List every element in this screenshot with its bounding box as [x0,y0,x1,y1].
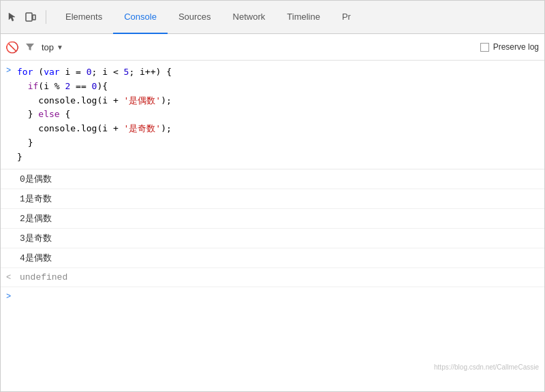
watermark: https://blog.csdn.net/CallmeCassie [434,363,539,371]
console-filter-bar: 🚫 top ▼ Preserve log [1,34,544,61]
tab-timeline[interactable]: Timeline [276,1,331,34]
prompt-arrow: > [3,292,15,301]
code-line-1: for (var i = 0; i < 5; i++) { [17,65,542,80]
svg-rect-1 [33,15,35,20]
tab-sources[interactable]: Sources [168,1,222,34]
code-block: for (var i = 0; i < 5; i++) { if(i % 2 =… [17,65,542,165]
tab-network[interactable]: Network [222,1,277,34]
context-dropdown-arrow: ▼ [57,44,63,51]
code-line-5: console.log(i + '是奇数'); [17,122,542,136]
output-line-2: 2是偶数 [1,209,544,229]
input-prompt-line[interactable]: > [1,287,544,306]
device-icon[interactable] [24,10,37,24]
code-line-7: } [17,150,542,165]
cursor-icon[interactable] [6,10,20,24]
output-line-1: 1是奇数 [1,189,544,209]
preserve-log-area: Preserve log [480,42,539,52]
tab-elements[interactable]: Elements [54,1,113,34]
code-line-2: if(i % 2 == 0){ [17,80,542,94]
filter-icon[interactable] [24,41,36,53]
preserve-log-checkbox[interactable] [480,43,489,52]
context-label: top [42,42,54,52]
return-value: undefined [17,272,67,282]
svg-rect-0 [26,13,32,21]
return-arrow: < [3,272,17,282]
output-line-3: 3是奇数 [1,229,544,248]
preserve-log-label: Preserve log [493,42,539,52]
toolbar-icons [6,10,46,24]
context-selector[interactable]: top ▼ [42,42,63,52]
devtools-window: Elements Console Sources Network Timelin… [1,1,544,392]
input-arrow: > [3,65,17,76]
console-content[interactable]: > for (var i = 0; i < 5; i++) { if(i % 2… [1,61,544,392]
code-input-entry: > for (var i = 0; i < 5; i++) { if(i % 2… [1,61,544,169]
output-line-4: 4是偶数 [1,248,544,268]
clear-console-button[interactable]: 🚫 [6,41,18,53]
code-line-6: } [17,136,542,150]
output-line-0: 0是偶数 [1,169,544,189]
devtools-toolbar: Elements Console Sources Network Timelin… [1,1,544,34]
return-value-line: < undefined [1,268,544,287]
code-line-3: console.log(i + '是偶数'); [17,94,542,108]
tab-pr[interactable]: Pr [331,1,362,34]
toolbar-tabs: Elements Console Sources Network Timelin… [54,1,362,33]
tab-console[interactable]: Console [113,1,168,34]
code-line-4: } else { [17,108,542,122]
